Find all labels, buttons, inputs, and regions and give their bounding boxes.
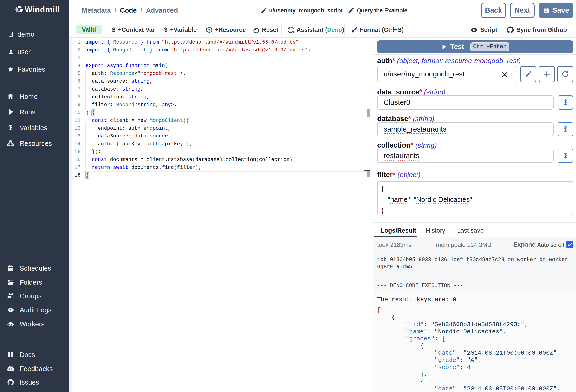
svg-text:$: $ [8, 124, 12, 131]
